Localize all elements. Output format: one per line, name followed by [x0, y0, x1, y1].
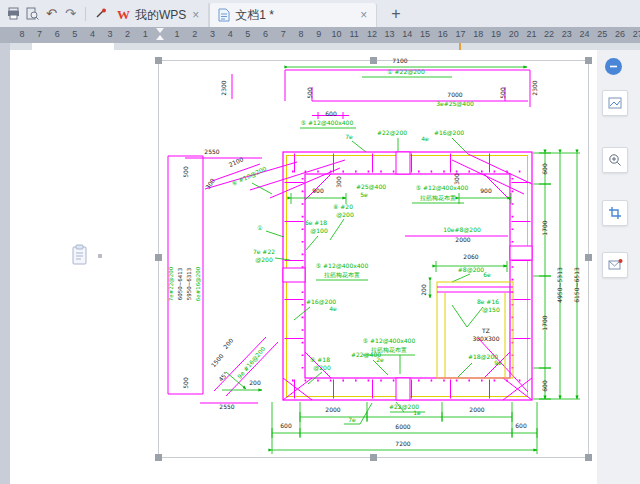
drawing-label: TZ: [481, 327, 490, 334]
drawing-label: 600: [541, 380, 548, 392]
drawing-label: 300: [335, 176, 342, 188]
mail-icon: [608, 258, 623, 272]
drawing-label: 7100: [392, 57, 407, 64]
crop-icon: [608, 206, 622, 220]
drawing-label: 9e: [494, 359, 502, 366]
drawing-label: 2100: [228, 155, 245, 168]
drawing-label: 300: [453, 173, 460, 185]
drawing-label: ①: [257, 224, 262, 231]
drawing-label: ⑧ #20: [333, 203, 353, 210]
drawing-label: 2000: [469, 406, 484, 413]
drawing-label: 6150~6513: [573, 267, 580, 303]
drawing-label: @200: [313, 364, 331, 372]
drawing-label: 1700: [541, 220, 548, 235]
zoom-in-button[interactable]: [602, 147, 628, 173]
drawing-label: 7e: [348, 416, 356, 423]
drawing-label: 4e: [329, 305, 337, 312]
drawing-label: 拉筋梅花布置: [420, 194, 456, 202]
top-dimension-lines: [288, 67, 527, 154]
drawing-label: 拉筋梅花布置: [324, 271, 360, 279]
drawing-label: #25@400: [356, 183, 386, 191]
drawing-label: 300: [204, 177, 216, 191]
drawing-label: 7200: [395, 440, 410, 447]
drawing-label: 600: [515, 422, 527, 429]
drawing-label: 2550: [204, 148, 219, 155]
drawing-label: ⑤ #12@400x400: [363, 337, 416, 345]
drawing-label: 900: [312, 187, 324, 194]
drawing-label: 2e: [376, 356, 384, 363]
drawing-label: 4e: [421, 135, 429, 142]
drawing-label: 2060: [463, 253, 478, 260]
drawing-label: @200: [336, 211, 354, 219]
drawing-label: 10e#8@200: [443, 226, 481, 234]
share-mail-button[interactable]: [602, 252, 628, 278]
drawing-label: 6e #18: [305, 219, 327, 226]
image-tool-icon: [608, 96, 622, 110]
drawing-label: 2550: [219, 403, 234, 410]
drawing-label: 7000: [447, 91, 462, 98]
drawing-label: 5e: [360, 191, 368, 198]
minus-icon: [609, 62, 618, 71]
drawing-label: 3e#25@400: [436, 100, 474, 108]
drawing-label: @200: [255, 256, 273, 264]
crop-button[interactable]: [602, 200, 628, 226]
drawing-label: ⑤ #12@400x400: [416, 184, 469, 192]
drawing-label: 600: [280, 422, 292, 429]
drawing-label: 200: [420, 284, 427, 296]
drawing-label: ⑤ #12@400x400: [316, 262, 369, 270]
drawing-label: 5950~6313: [186, 267, 192, 300]
drawing-label: ⑤ #12@400x400: [301, 119, 354, 127]
drawing-label: 2300: [220, 80, 227, 95]
drawing-label: 6050~6413: [177, 267, 183, 300]
drawing-label: 7e: [345, 133, 353, 140]
image-tool-button[interactable]: [602, 90, 628, 116]
drawing-label: 2000: [325, 406, 340, 413]
drawing-label: 500: [306, 87, 313, 99]
drawing-label: ① #22@200: [387, 68, 425, 76]
drawing-label: 600: [325, 110, 337, 117]
drawing-label: 2000: [455, 236, 470, 243]
drawing-label: 300X300: [472, 335, 499, 342]
drawing-label: 6e#16@200: [195, 266, 201, 301]
embedded-drawing-canvas[interactable]: 7100① #22@200230050070003e#25@4005002300…: [0, 0, 640, 484]
drawing-label: 1500: [209, 352, 224, 368]
drawing-label: 拉筋梅花布置: [371, 346, 407, 354]
drawing-label: 1700: [541, 315, 548, 330]
drawing-label: 2300: [531, 80, 538, 95]
drawing-label: 9e #16@200: [236, 345, 268, 381]
drawing-label: 500: [182, 166, 189, 178]
drawing-label: 6e: [483, 271, 491, 278]
drawing-label: #22@200: [377, 129, 407, 137]
drawing-label: #8@200: [458, 266, 484, 274]
zoom-in-icon: [608, 153, 622, 167]
drawing-label: 7e #22: [253, 248, 275, 255]
drawing-label: #16@200: [434, 129, 464, 137]
drawing-label: 500: [499, 87, 506, 99]
drawing-label: 45°: [217, 370, 229, 383]
drawing-label: 6000: [395, 423, 410, 430]
drawing-label: @100: [310, 227, 328, 235]
collapse-toolbar-button[interactable]: [605, 58, 622, 75]
drawing-label: 200: [249, 379, 261, 386]
drawing-label: 500: [182, 377, 189, 389]
drawing-label: 8e #16: [477, 298, 499, 305]
drawing-label: 600: [541, 163, 548, 175]
drawing-label: @150: [482, 306, 500, 314]
left-corner-leaders: [222, 183, 272, 390]
drawing-label: 900: [480, 187, 492, 194]
drawing-label: 4950~5313: [556, 267, 563, 303]
drawing-label: 200: [222, 337, 235, 350]
drawing-label: 1e: [413, 409, 421, 416]
drawing-label: ⑨ #18: [310, 356, 330, 363]
drawing-label: 7e#22@200: [168, 266, 174, 301]
